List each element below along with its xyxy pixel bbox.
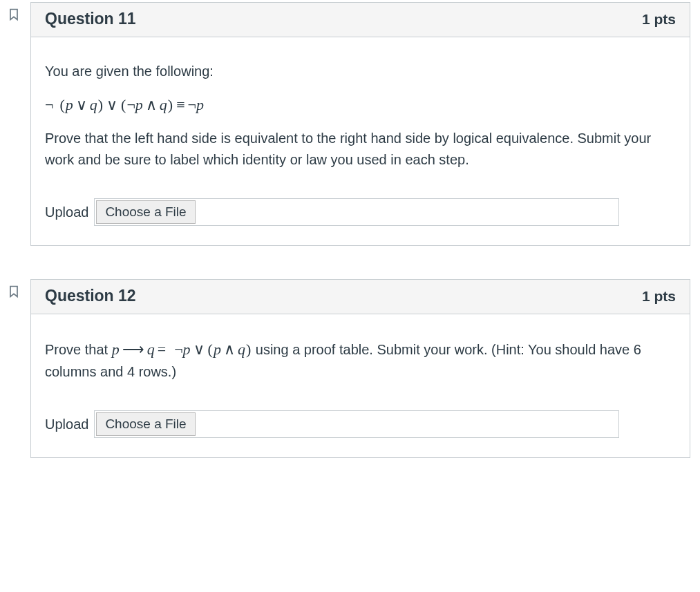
question-title: Question 12 <box>45 287 642 305</box>
upload-row: Upload Choose a File <box>45 410 676 438</box>
file-name-display <box>196 200 618 224</box>
question-body-pre: Prove that <box>45 342 112 357</box>
question-header: Question 12 1 pts <box>31 280 690 314</box>
question-body: Prove that p⟶q=¬p∨(p∧q) using a proof ta… <box>31 314 690 457</box>
question-formula-inline: p⟶q=¬p∨(p∧q) <box>112 341 252 358</box>
upload-label: Upload <box>45 202 88 223</box>
question-body: You are given the following: ¬(p∨q)∨(¬p∧… <box>31 37 690 245</box>
question-card: Question 12 1 pts Prove that p⟶q=¬p∨(p∧q… <box>30 279 690 458</box>
question-wrap: Question 11 1 pts You are given the foll… <box>10 2 690 246</box>
question-intro: You are given the following: <box>45 61 676 82</box>
choose-file-button[interactable]: Choose a File <box>96 200 195 224</box>
choose-file-button[interactable]: Choose a File <box>96 412 195 436</box>
question-formula: ¬(p∨q)∨(¬p∧q)≡¬p <box>45 93 676 117</box>
question-card: Question 11 1 pts You are given the foll… <box>30 2 690 246</box>
file-input[interactable]: Choose a File <box>94 198 619 226</box>
question-header: Question 11 1 pts <box>31 3 690 37</box>
bookmark-icon <box>7 285 21 298</box>
file-name-display <box>196 412 618 436</box>
question-points: 1 pts <box>642 11 676 28</box>
question-wrap: Question 12 1 pts Prove that p⟶q=¬p∨(p∧q… <box>10 279 690 458</box>
file-input[interactable]: Choose a File <box>94 410 619 438</box>
upload-label: Upload <box>45 414 88 435</box>
question-text: Prove that p⟶q=¬p∨(p∧q) using a proof ta… <box>45 338 676 383</box>
question-points: 1 pts <box>642 288 676 305</box>
bookmark-icon <box>7 8 21 21</box>
question-title: Question 11 <box>45 10 642 28</box>
question-instructions: Prove that the left hand side is equival… <box>45 128 676 171</box>
upload-row: Upload Choose a File <box>45 198 676 226</box>
